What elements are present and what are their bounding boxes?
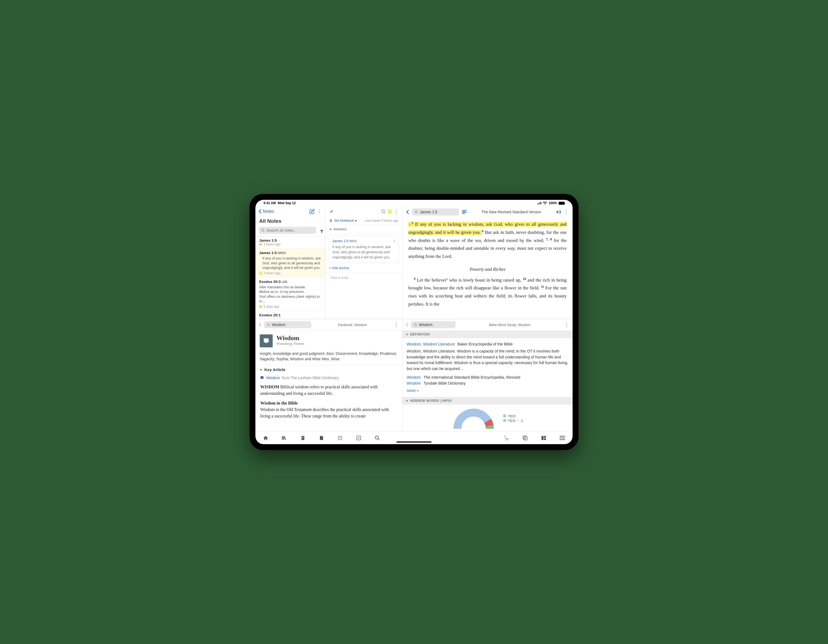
svg-point-26 — [375, 436, 379, 439]
note-item[interactable]: Exodus 20:3 LEB Alter translates this as… — [256, 277, 325, 311]
back-icon[interactable] — [406, 323, 408, 327]
menu-icon[interactable] — [559, 435, 566, 441]
layouts-icon[interactable]: 4 — [522, 435, 528, 441]
svg-rect-35 — [560, 437, 565, 438]
theme-icon — [260, 334, 273, 347]
bible-icon[interactable] — [300, 435, 306, 441]
factbook-search[interactable]: Wisdom — [264, 321, 311, 328]
note-item[interactable]: James 1:5 3 hours ago — [256, 236, 325, 248]
more-icon[interactable]: ⋮ — [317, 208, 322, 215]
search-notes-input[interactable] — [267, 228, 314, 232]
more-icon[interactable]: ⋮ — [394, 322, 399, 327]
add-anchor-link[interactable]: + Add anchor — [326, 265, 402, 271]
anchors-section[interactable]: Anchors — [326, 225, 402, 233]
definition-section[interactable]: ▾ DEFINITION — [402, 331, 572, 338]
cart-icon[interactable] — [503, 435, 510, 441]
editor-pane: ⋮ Set Notebook Last saved 3 hours ago An… — [326, 206, 402, 319]
search-icon[interactable] — [374, 435, 381, 441]
toc-icon[interactable] — [462, 209, 467, 215]
definition-link[interactable]: Wisdom — [407, 375, 421, 379]
home-icon[interactable] — [262, 435, 269, 441]
hebrew-words-section[interactable]: ▾ HEBREW WORDS | NRSV — [402, 397, 572, 404]
bible-text[interactable]: 5 If any of you is lacking in wisdom, as… — [402, 218, 572, 319]
back-button[interactable]: Notes — [259, 209, 274, 214]
svg-rect-5 — [462, 212, 467, 213]
key-article-link[interactable]: Wisdom — [266, 376, 280, 380]
wifi-icon — [543, 202, 547, 205]
semicircle-chart — [452, 407, 495, 429]
svg-point-21 — [341, 437, 342, 438]
filter-icon[interactable] — [319, 229, 324, 233]
bws-pane: Wisdom Bible Word Study: Wisdom ⋮ ▾ DEFI… — [402, 319, 572, 431]
book-icon — [260, 376, 264, 380]
factbook-pane: Wisdom Factbook: Wisdom ⋮ Wisdom Preachi… — [256, 319, 402, 431]
svg-rect-36 — [560, 439, 565, 440]
notes-pane: Notes ⋮ All Notes James 1:5 3 hours ago … — [256, 206, 326, 319]
bible-version[interactable]: The New Revised Standard Version — [481, 210, 541, 214]
grid-icon[interactable] — [337, 435, 343, 441]
note-list[interactable]: James 1:5 3 hours ago James 1:5 NRSV If … — [256, 236, 325, 319]
svg-point-16 — [338, 436, 339, 437]
no-entry-icon[interactable] — [381, 209, 386, 214]
checklist-icon[interactable] — [356, 435, 362, 441]
svg-rect-34 — [560, 436, 565, 437]
svg-point-18 — [341, 436, 342, 437]
svg-rect-25 — [357, 436, 361, 440]
status-time: 9:41 AM — [263, 201, 276, 205]
section-heading: Poverty and Riches — [408, 265, 567, 273]
svg-rect-33 — [544, 438, 546, 440]
svg-rect-13 — [284, 436, 284, 440]
documents-icon[interactable] — [318, 435, 325, 441]
definition-link[interactable]: Wisdom — [407, 381, 421, 385]
back-icon[interactable] — [259, 323, 261, 327]
panels-icon[interactable] — [541, 435, 547, 441]
svg-point-9 — [458, 413, 490, 429]
anchor-card: × James 1:5 NRSV If any of you is lackin… — [329, 236, 399, 263]
battery-icon — [558, 202, 565, 205]
svg-point-28 — [508, 440, 508, 440]
audio-icon[interactable] — [555, 209, 561, 215]
highlight-icon — [259, 272, 262, 274]
bws-title-bar: Bible Word Study: Wisdom — [458, 323, 561, 327]
definition-link[interactable]: Wisdom, Wisdom Literature — [407, 342, 455, 346]
home-indicator — [397, 442, 431, 443]
svg-rect-31 — [541, 436, 544, 440]
compose-icon[interactable] — [309, 209, 315, 214]
svg-rect-4 — [462, 211, 466, 212]
note-color-icon — [259, 305, 262, 308]
more-icon[interactable]: ⋮ — [564, 322, 569, 327]
more-link[interactable]: more » — [407, 388, 568, 394]
svg-point-22 — [338, 439, 339, 440]
notes-title: All Notes — [256, 216, 325, 227]
status-bar: 9:41 AM Wed Sep 12 100% — [256, 200, 572, 206]
anchor-reference[interactable]: James 1:5 NRSV — [332, 239, 357, 243]
note-color-icon — [259, 243, 262, 246]
svg-rect-15 — [302, 437, 303, 438]
note-item[interactable]: Exodus 20:1 — [256, 311, 325, 319]
set-notebook-link[interactable]: Set Notebook — [334, 219, 357, 223]
svg-rect-32 — [544, 436, 546, 438]
bws-search[interactable]: Wisdom — [411, 321, 456, 328]
key-article-section[interactable]: Key Article — [256, 365, 402, 374]
note-item[interactable]: James 1:5 NRSV If any of you is lacking … — [256, 248, 325, 277]
definition-body: Wisdom, Wisdom Literature. Wisdom is a c… — [407, 348, 568, 372]
reference-search[interactable]: James 1:5 — [412, 208, 459, 215]
more-icon[interactable]: ⋮ — [394, 208, 399, 215]
library-icon[interactable] — [281, 435, 287, 441]
expand-icon[interactable] — [329, 209, 334, 214]
factbook-title-bar: Factbook: Wisdom — [314, 323, 391, 327]
svg-point-27 — [505, 440, 506, 440]
svg-point-0 — [262, 229, 264, 231]
note-body-input[interactable]: Take a note… — [326, 273, 402, 283]
close-anchor-icon[interactable]: × — [393, 239, 395, 243]
anchor-text: If any of you is lacking in wisdom, ask … — [332, 244, 395, 260]
svg-point-20 — [340, 437, 340, 438]
back-icon[interactable] — [406, 210, 409, 215]
svg-rect-6 — [462, 213, 465, 214]
svg-point-2 — [415, 211, 417, 213]
svg-point-8 — [414, 323, 416, 326]
more-icon[interactable]: ⋮ — [564, 209, 569, 215]
search-notes[interactable] — [259, 227, 316, 234]
svg-point-24 — [341, 439, 342, 440]
highlight-color-icon[interactable] — [388, 210, 392, 213]
